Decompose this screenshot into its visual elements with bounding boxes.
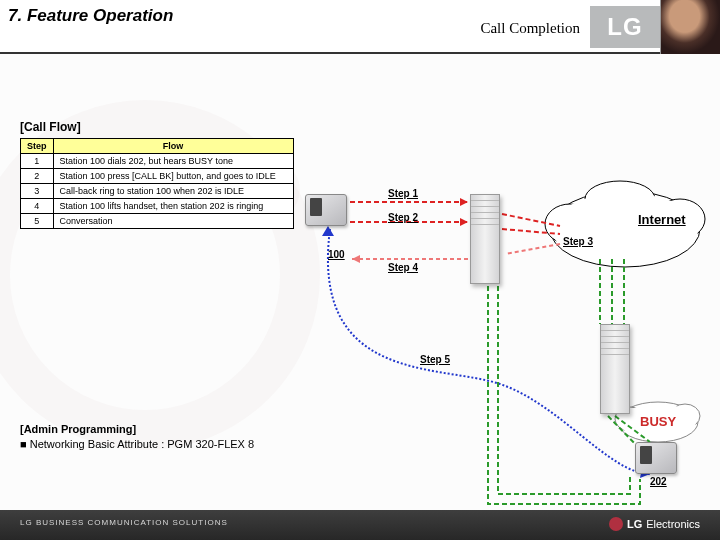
svg-marker-10 — [460, 218, 468, 226]
step-label: Step 2 — [388, 212, 418, 223]
phone-icon — [635, 442, 677, 474]
svg-line-14 — [505, 244, 560, 254]
server-icon — [470, 194, 500, 284]
logo-block: LG — [590, 6, 660, 48]
admin-line: Networking Basic Attribute : PGM 320-FLE… — [30, 438, 254, 450]
footer-right: LG Electronics — [609, 517, 700, 531]
phone-icon — [305, 194, 347, 226]
cell: Station 100 lifts handset, then station … — [53, 199, 293, 214]
col-flow: Flow — [53, 139, 293, 154]
table-row: 2Station 100 press [CALL BK] button, and… — [21, 169, 294, 184]
svg-point-4 — [552, 193, 698, 265]
col-step: Step — [21, 139, 54, 154]
footer: LG BUSINESS COMMUNICATION SOLUTIONS LG E… — [0, 510, 720, 540]
internet-label: Internet — [638, 212, 686, 227]
cell: 4 — [21, 199, 54, 214]
cell: Call-back ring to station 100 when 202 i… — [53, 184, 293, 199]
table-row: 5Conversation — [21, 214, 294, 229]
phone2-label: 202 — [650, 476, 667, 487]
cell: Conversation — [53, 214, 293, 229]
cell: 2 — [21, 169, 54, 184]
table-row: 1Station 100 dials 202, but hears BUSY t… — [21, 154, 294, 169]
footer-left: LG BUSINESS COMMUNICATION SOLUTIONS — [20, 518, 228, 527]
feature-title: Call Completion — [480, 20, 580, 37]
cell: 1 — [21, 154, 54, 169]
svg-point-0 — [550, 191, 700, 267]
cell: Station 100 press [CALL BK] button, and … — [53, 169, 293, 184]
step-label: Step 4 — [388, 262, 418, 273]
admin-title: [Admin Programming] — [20, 423, 136, 435]
step-label: Step 3 — [563, 236, 593, 247]
busy-label: BUSY — [640, 414, 676, 429]
portrait-image — [660, 0, 720, 54]
cell: Station 100 dials 202, but hears BUSY to… — [53, 154, 293, 169]
admin-block: [Admin Programming] ■ Networking Basic A… — [20, 422, 254, 453]
svg-line-12 — [502, 214, 560, 226]
cell: 3 — [21, 184, 54, 199]
table-row: 3Call-back ring to station 100 when 202 … — [21, 184, 294, 199]
footer-elec: Electronics — [646, 518, 700, 530]
diagram-svg — [0, 54, 720, 540]
bullet-icon: ■ — [20, 438, 27, 450]
svg-marker-9 — [460, 198, 468, 206]
step-label: Step 5 — [420, 354, 450, 365]
logo-text: LG — [607, 13, 642, 41]
section-title: 7. Feature Operation — [8, 6, 173, 26]
cell: 5 — [21, 214, 54, 229]
callflow-title: [Call Flow] — [20, 120, 81, 134]
phone1-label: 100 — [328, 249, 345, 260]
server-icon — [600, 324, 630, 414]
svg-line-13 — [502, 229, 560, 234]
footer-brand: LG — [627, 518, 642, 530]
step-label: Step 1 — [388, 188, 418, 199]
callflow-table: Step Flow 1Station 100 dials 202, but he… — [20, 138, 294, 229]
header: 7. Feature Operation Call Completion LG — [0, 0, 720, 54]
table-row: 4Station 100 lifts handset, then station… — [21, 199, 294, 214]
svg-marker-11 — [352, 255, 360, 263]
lg-dot-icon — [609, 517, 623, 531]
svg-marker-16 — [322, 226, 334, 236]
